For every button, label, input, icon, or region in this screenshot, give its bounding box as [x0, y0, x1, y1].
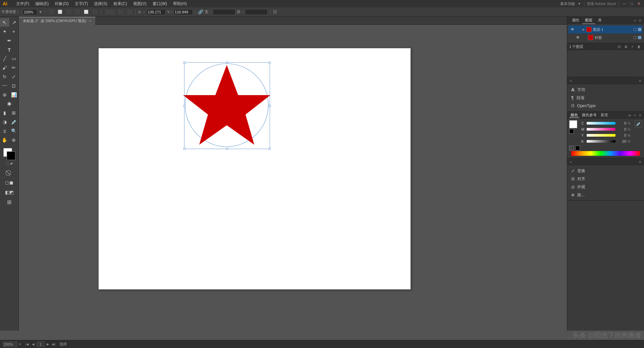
menu-item-1[interactable]: 编辑(E)	[33, 0, 51, 7]
transform-item[interactable]: ⤢ 变换	[569, 167, 643, 175]
none-color-btn[interactable]: ⃠	[5, 168, 14, 177]
paragraph-item[interactable]: ¶ 段落	[569, 94, 643, 102]
color-panel-close-icon[interactable]: ✕	[638, 113, 642, 118]
hand-tool[interactable]: ✋	[0, 136, 9, 144]
new-layer-btn[interactable]: +	[630, 45, 635, 49]
rect-tool[interactable]: ▭	[9, 54, 19, 63]
artboard-tool[interactable]: ⊞	[5, 198, 14, 206]
zoom-input[interactable]	[3, 342, 17, 347]
magnify-tool[interactable]: ⊕	[9, 136, 19, 144]
pencil-tool[interactable]: ✏	[9, 63, 19, 72]
direct-select-tool[interactable]: ↗	[9, 18, 19, 27]
screen-mode-2-btn[interactable]: ◩	[9, 188, 14, 197]
align-item[interactable]: ⊟ 对齐	[569, 175, 643, 183]
opentype-item[interactable]: O OpenType	[569, 102, 643, 110]
layer-1-visibility[interactable]: 👁	[570, 27, 575, 32]
color-panel-menu-icon[interactable]: ≡	[633, 113, 637, 118]
layers-panel-close-icon[interactable]: ✕	[638, 18, 642, 23]
layer-1-lock[interactable]	[577, 27, 581, 32]
normal-mode-btn[interactable]: ◻	[5, 178, 9, 187]
align-top-btn[interactable]: ⬛	[74, 8, 81, 16]
zoom-dropdown-icon[interactable]: ▼	[18, 342, 22, 346]
eyedropper-tool[interactable]: 💉	[9, 118, 19, 126]
minimize-button[interactable]: ─	[622, 1, 627, 6]
layer-row-1[interactable]: 👁 ▶ 图层 1	[569, 25, 643, 33]
typography-collapse-icon[interactable]: ≡	[569, 79, 573, 83]
x-input[interactable]	[146, 9, 166, 15]
chart-tool[interactable]: 📊	[9, 90, 19, 99]
menu-item-2[interactable]: 对象(O)	[52, 0, 71, 7]
color-panel-expand-icon[interactable]: ≫	[627, 113, 632, 118]
default-colors-icon[interactable]: ⬚	[6, 162, 9, 165]
tab-layers[interactable]: 图层	[582, 17, 595, 24]
envelope-target[interactable]	[633, 36, 637, 39]
pathfinder-item[interactable]: ⊕ 路...	[569, 191, 643, 199]
align-right-btn[interactable]: ⬛	[65, 8, 72, 16]
m-slider[interactable]	[587, 128, 615, 131]
scale-tool[interactable]: ⤢	[9, 72, 19, 81]
menu-item-5[interactable]: 效果(C)	[111, 0, 130, 7]
swap-colors-icon[interactable]: ⇌	[10, 162, 13, 165]
color-dropper-btn[interactable]: 💉	[635, 120, 642, 128]
menu-item-8[interactable]: 帮助(H)	[170, 0, 190, 7]
blend-tool[interactable]: ⧖	[0, 127, 9, 135]
isolate-mode-btn[interactable]: ◼	[9, 178, 14, 187]
appearance-item[interactable]: ◎ 外观	[569, 183, 643, 191]
k-slider[interactable]	[587, 140, 615, 143]
star-shape[interactable]	[180, 58, 274, 152]
column-graph-tool[interactable]: ▮	[0, 109, 9, 117]
canvas-area[interactable]: 未标题-1* @ 200% (CMYK/GPU 预览) ✕	[19, 17, 567, 331]
close-button[interactable]: ✕	[637, 1, 641, 6]
workspace-dropdown-icon[interactable]: ▼	[578, 2, 581, 6]
screen-mode-1-btn[interactable]: ◧	[5, 188, 9, 197]
menu-item-7[interactable]: 窗口(W)	[150, 0, 170, 7]
layers-panel-menu-icon[interactable]: ≡	[633, 18, 637, 23]
symbol-sprayer-tool[interactable]: ✱	[0, 99, 18, 108]
color-tab-color[interactable]: 颜色	[569, 113, 579, 118]
color-bg-swatch[interactable]	[569, 129, 574, 134]
page-last-btn[interactable]: ▶|	[51, 342, 57, 347]
y-slider[interactable]	[587, 134, 615, 137]
maximize-button[interactable]: □	[629, 1, 634, 6]
color-spectrum[interactable]	[571, 151, 640, 156]
typography-panel-close-icon[interactable]: ✕	[638, 79, 642, 83]
free-transform-tool[interactable]: ⊡	[9, 81, 19, 90]
menu-item-0[interactable]: 文件(F)	[13, 0, 32, 7]
transform-collapse-icon[interactable]: ≡	[569, 160, 573, 164]
opacity-input[interactable]	[22, 9, 37, 15]
h-input[interactable]: 57.15 mm	[245, 9, 268, 15]
search-adobe-stock[interactable]: 搜索 Adobe Stock	[587, 1, 616, 6]
layer-1-target[interactable]	[633, 28, 637, 31]
new-sublayer-btn[interactable]: ⊞	[623, 45, 629, 49]
page-next-btn[interactable]: ▶	[45, 342, 51, 347]
align-bottom-btn[interactable]: ⬛	[91, 8, 99, 16]
layer-1-expand[interactable]: ▶	[583, 28, 585, 31]
page-input[interactable]	[37, 342, 45, 347]
paintbrush-tool[interactable]: 🖌	[0, 63, 9, 72]
align-center-btn[interactable]: ⬜	[56, 8, 64, 16]
tab-library[interactable]: 库	[595, 17, 604, 24]
none-swatch[interactable]: ⃠	[569, 146, 574, 150]
mesh-tool[interactable]: ⊞	[9, 109, 19, 117]
constrain-icon[interactable]: ⛓	[273, 9, 277, 14]
character-item[interactable]: A 字符	[569, 86, 643, 94]
envelope-visibility[interactable]: 👁	[575, 35, 581, 40]
canvas-scroll[interactable]	[19, 25, 567, 331]
envelope-select[interactable]	[638, 36, 641, 39]
transform-controls-btn[interactable]: ⬛⬛	[104, 8, 116, 16]
doc-tab-close[interactable]: ✕	[89, 19, 91, 23]
envelope-lock[interactable]	[582, 35, 587, 40]
transform-group-btn[interactable]: ⬛	[117, 8, 124, 16]
layer-1-select[interactable]	[638, 28, 641, 31]
y-input[interactable]	[173, 9, 193, 15]
color-fg-swatch[interactable]	[569, 120, 577, 128]
black-swatch[interactable]	[575, 146, 580, 150]
page-prev-btn[interactable]: ◀	[31, 342, 36, 347]
text-tool[interactable]: T	[0, 45, 18, 54]
gradient-tool[interactable]: ◑	[0, 118, 9, 126]
line-tool[interactable]: ╱	[0, 54, 9, 63]
magic-wand-tool[interactable]: ✦	[0, 27, 9, 36]
warp-tool[interactable]: 〰	[0, 81, 9, 90]
rotate-tool[interactable]: ↻	[0, 72, 9, 81]
transform-panel-close-icon[interactable]: ✕	[638, 160, 642, 164]
